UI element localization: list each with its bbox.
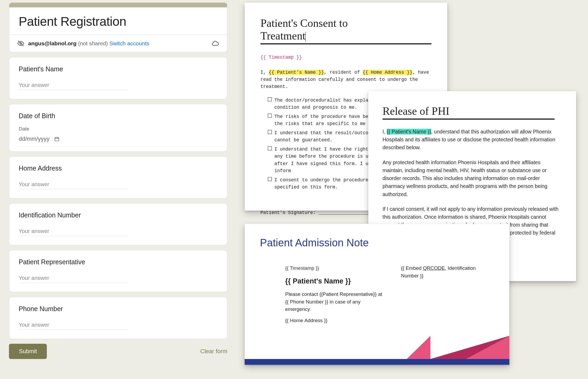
document-previews: Patient's Consent to Treatment {{ Timest…	[245, 3, 581, 371]
question-dob: Date of Birth Date dd/mm/yyyy	[9, 104, 227, 152]
phone-input[interactable]	[19, 320, 128, 330]
question-label: Date of Birth	[19, 112, 218, 120]
phi-paragraph: Any protected health information Phoenix…	[383, 158, 562, 198]
visibility-off-icon	[17, 40, 24, 47]
consent-timestamp-token: {{ Timestamp }}	[260, 54, 431, 61]
question-label: Phone Number	[19, 305, 218, 313]
checkbox-icon	[268, 130, 272, 134]
token-patient-name: {{ Patient's Name }}	[269, 70, 324, 75]
consent-intro: I, {{ Patient's Name }}, resident of {{ …	[260, 69, 431, 90]
checkbox-icon	[268, 146, 272, 150]
token-patient-name: {{ Patient's Name }}	[387, 129, 431, 134]
account-email: angus@labnol.org	[28, 40, 77, 46]
name-input[interactable]	[19, 80, 128, 90]
token-home-address: {{ Home Address }}	[285, 317, 385, 325]
form-title: Patient Registration	[9, 7, 227, 34]
form-actions: Submit Clear form	[9, 344, 227, 359]
token-home-address: {{ Home Address }}	[363, 70, 413, 75]
question-name: Patient's Name	[9, 57, 227, 99]
question-sublabel: Date	[19, 126, 218, 132]
checkbox-icon	[268, 97, 272, 101]
token-timestamp: {{ Timestamp }}	[285, 265, 385, 272]
account-bar: angus@labnol.org (not shared) Switch acc…	[9, 34, 227, 52]
svg-rect-2	[55, 137, 59, 141]
switch-accounts-link[interactable]: Switch accounts	[109, 40, 149, 46]
token-patient-name: {{ Patient's Name }}	[285, 276, 385, 287]
rep-input[interactable]	[19, 273, 128, 283]
form-header-card: Patient Registration angus@labnol.org (n…	[9, 3, 227, 52]
question-phone: Phone Number	[9, 297, 227, 339]
question-id: Identification Number	[9, 203, 227, 245]
date-value[interactable]: dd/mm/yyyy	[19, 136, 49, 142]
checkbox-icon	[268, 114, 272, 118]
submit-button[interactable]: Submit	[9, 344, 47, 359]
registration-form: Patient Registration angus@labnol.org (n…	[9, 3, 227, 359]
admit-footer-graphic	[245, 336, 509, 365]
clear-form-link[interactable]: Clear form	[200, 348, 227, 355]
question-label: Patient Representative	[19, 258, 218, 266]
question-label: Patient's Name	[19, 65, 218, 73]
phi-title: Release of PHI	[383, 105, 555, 120]
calendar-icon[interactable]	[54, 136, 59, 142]
question-rep: Patient Representative	[9, 250, 227, 292]
id-input[interactable]	[19, 226, 128, 236]
question-label: Home Address	[19, 164, 218, 172]
shared-note: (not shared)	[78, 40, 108, 46]
token-qrcode: {{ Embed QRCODE, Identification Number }…	[401, 265, 494, 280]
checkbox-icon	[268, 177, 272, 181]
consent-title: Patient's Consent to Treatment	[260, 17, 431, 44]
doc-admission-note: Patient Admission Note {{ Timestamp }} {…	[245, 224, 509, 365]
question-label: Identification Number	[19, 211, 218, 219]
phi-paragraph: I, {{ Patient's Name }}, understand that…	[383, 128, 562, 152]
admit-title: Patient Admission Note	[260, 237, 494, 249]
address-input[interactable]	[19, 179, 128, 189]
admit-contact-line: Please contact {{Patient Representative}…	[285, 291, 385, 313]
question-address: Home Address	[9, 156, 227, 198]
cloud-icon	[211, 39, 219, 47]
